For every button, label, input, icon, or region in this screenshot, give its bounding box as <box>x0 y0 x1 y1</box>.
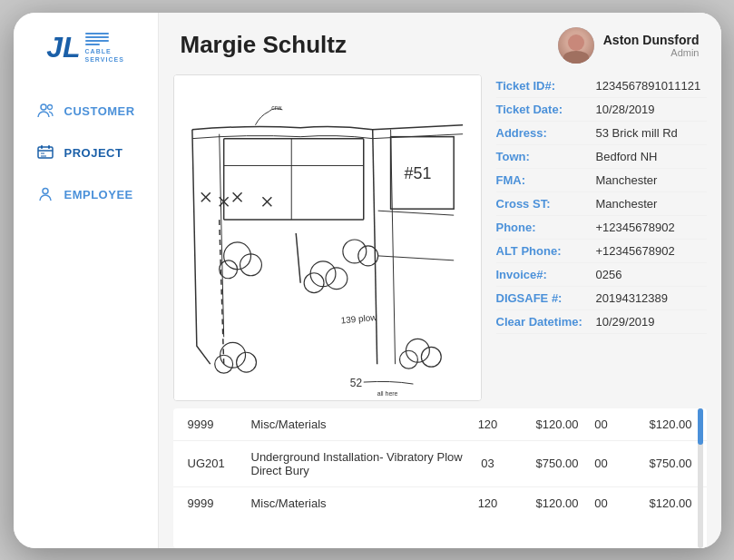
detail-label: Cross ST: <box>496 197 596 211</box>
row-extra: 00 <box>579 496 624 510</box>
row-total: $750.00 <box>624 457 692 470</box>
logo-letters: JL <box>46 33 80 62</box>
detail-row: Invoice#:0256 <box>496 263 707 287</box>
sidebar-item-employee[interactable]: EMPLOYEE <box>14 173 158 215</box>
svg-point-1 <box>47 105 52 110</box>
detail-value: +12345678902 <box>596 221 675 234</box>
detail-value: Bedford NH <box>596 150 658 163</box>
logo-graphic: CABLE SERVICES <box>85 33 124 65</box>
line-items-table[interactable]: 9999 Misc/Materials 120 $120.00 00 $120.… <box>173 408 707 548</box>
detail-row: DIGSAFE #:20194312389 <box>496 287 707 310</box>
user-info: Aston Dunsford Admin <box>603 33 700 58</box>
row-extra: 00 <box>579 418 624 431</box>
svg-text:#51: #51 <box>404 164 431 182</box>
detail-value: 12345678910111​21 <box>596 79 701 93</box>
detail-label: Ticket Date: <box>496 103 596 116</box>
detail-label: DIGSAFE #: <box>496 291 596 305</box>
user-name: Aston Dunsford <box>603 33 700 47</box>
detail-label: Town: <box>496 150 596 163</box>
row-code: 9999 <box>188 418 251 431</box>
main-content: Margie Schultz Aston Dunsford Admin <box>159 13 721 548</box>
detail-value: +12345678902 <box>596 244 675 258</box>
logo: JL CABLE SERVICES <box>46 31 124 65</box>
employee-icon <box>35 184 55 204</box>
detail-row: Address:53 Brick mill Rd <box>496 122 707 145</box>
detail-row: Ticket Date:10/28/2019 <box>496 98 707 122</box>
svg-rect-4 <box>48 145 50 149</box>
svg-text:all here: all here <box>377 389 397 396</box>
detail-row: Phone:+12345678902 <box>496 216 707 240</box>
detail-row: Cross ST:Manchester <box>496 192 707 216</box>
logo-subtitle: CABLE SERVICES <box>85 47 124 65</box>
svg-point-5 <box>43 189 48 194</box>
sidebar-item-employee-label: EMPLOYEE <box>64 188 133 201</box>
row-code: 9999 <box>188 496 251 510</box>
detail-value: Manchester <box>596 173 658 187</box>
content-area: #51 #51 139 plow 52 crw <box>159 71 721 548</box>
detail-value: 0256 <box>596 268 622 281</box>
detail-label: Address: <box>496 126 596 140</box>
detail-label: Ticket ID#: <box>496 79 596 93</box>
sketch-area: #51 #51 139 plow 52 crw <box>173 74 482 401</box>
page-title: Margie Schultz <box>181 31 347 59</box>
detail-value: 10/29/2019 <box>596 315 655 329</box>
row-total: $120.00 <box>624 496 692 510</box>
scroll-thumb <box>698 408 703 445</box>
avatar-image <box>558 27 594 64</box>
table-rows: 9999 Misc/Materials 120 $120.00 00 $120.… <box>173 408 707 519</box>
header: Margie Schultz Aston Dunsford Admin <box>159 13 721 71</box>
detail-label: FMA: <box>496 173 596 187</box>
row-qty: 03 <box>465 457 511 470</box>
detail-value: Manchester <box>596 197 658 211</box>
sketch-svg: #51 #51 139 plow 52 crw <box>174 75 481 400</box>
table-row: 9999 Misc/Materials 120 $120.00 00 $120.… <box>173 408 707 441</box>
detail-label: Invoice#: <box>496 268 596 281</box>
row-qty: 120 <box>465 496 511 510</box>
user-role: Admin <box>603 47 700 58</box>
svg-text:52: 52 <box>349 377 362 389</box>
avatar <box>558 27 594 64</box>
detail-row: Town:Bedford NH <box>496 145 707 169</box>
project-icon <box>35 142 55 162</box>
sidebar: JL CABLE SERVICES <box>14 13 159 548</box>
detail-row: Ticket ID#:12345678910111​21 <box>496 74 707 98</box>
row-code: UG201 <box>188 457 251 470</box>
svg-text:crw: crw <box>271 103 282 110</box>
sidebar-item-project-label: PROJECT <box>64 146 123 160</box>
sidebar-item-customer[interactable]: CUSTOMER <box>14 90 158 132</box>
detail-value: 10/28/2019 <box>596 103 655 116</box>
detail-row: Clear Datetime:10/29/2019 <box>496 310 707 334</box>
user-area: Aston Dunsford Admin <box>558 27 700 64</box>
detail-label: ALT Phone: <box>496 244 596 258</box>
detail-label: Clear Datetime: <box>496 315 596 329</box>
table-row: 9999 Misc/Materials 120 $120.00 00 $120.… <box>173 487 707 519</box>
svg-point-0 <box>41 104 46 110</box>
row-price: $120.00 <box>511 418 579 431</box>
svg-rect-3 <box>41 145 43 149</box>
row-extra: 00 <box>579 457 624 470</box>
row-description: Underground Installation- Vibratory Plow… <box>251 450 465 477</box>
sidebar-item-project[interactable]: PROJECT <box>14 132 158 173</box>
detail-value: 53 Brick mill Rd <box>596 126 678 140</box>
row-total: $120.00 <box>624 418 692 431</box>
row-price: $750.00 <box>511 457 579 470</box>
row-price: $120.00 <box>511 496 579 510</box>
detail-value: 20194312389 <box>596 291 669 305</box>
detail-row: ALT Phone:+12345678902 <box>496 240 707 263</box>
table-row: UG201 Underground Installation- Vibrator… <box>173 441 707 487</box>
row-qty: 120 <box>465 418 511 431</box>
people-icon <box>35 101 55 121</box>
top-section: #51 #51 139 plow 52 crw <box>173 74 707 401</box>
row-description: Misc/Materials <box>251 496 465 510</box>
detail-row: FMA:Manchester <box>496 169 707 192</box>
scroll-indicator[interactable] <box>698 408 703 548</box>
row-description: Misc/Materials <box>251 418 465 431</box>
detail-label: Phone: <box>496 221 596 234</box>
details-panel: Ticket ID#:12345678910111​21Ticket Date:… <box>496 74 707 401</box>
sidebar-item-customer-label: CUSTOMER <box>64 104 135 118</box>
